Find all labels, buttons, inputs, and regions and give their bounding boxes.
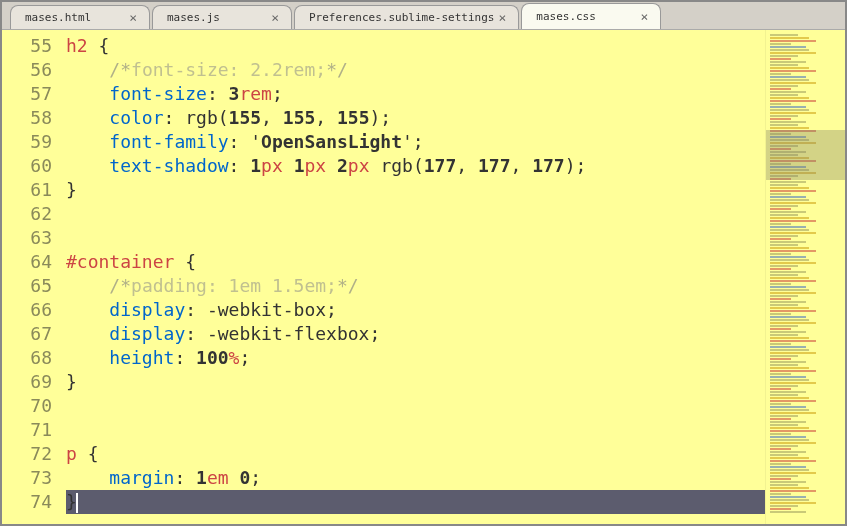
- minimap-content: [770, 34, 841, 520]
- line-number: 74: [10, 490, 52, 514]
- code-token: {: [99, 35, 110, 56]
- code-token: [370, 155, 381, 176]
- minimap[interactable]: [765, 30, 845, 524]
- code-token: [66, 107, 109, 128]
- code-token: rem: [239, 83, 272, 104]
- code-token: 1: [196, 467, 207, 488]
- code-token: display: [109, 323, 185, 344]
- code-token: :: [164, 107, 186, 128]
- code-token: ,: [510, 155, 532, 176]
- code-area[interactable]: h2 { /*font-size: 2.2rem;*/ font-size: 3…: [66, 30, 765, 524]
- code-line: margin: 1em 0;: [66, 466, 765, 490]
- code-token: 2: [337, 155, 348, 176]
- code-token: 100: [196, 347, 229, 368]
- code-token: color: [109, 107, 163, 128]
- code-token: text-shadow: [109, 155, 228, 176]
- line-number: 69: [10, 370, 52, 394]
- code-token: height: [109, 347, 174, 368]
- close-icon[interactable]: ×: [494, 10, 510, 25]
- code-line: [66, 394, 765, 418]
- tab-mases-css[interactable]: mases.css ×: [521, 3, 661, 29]
- close-icon[interactable]: ×: [125, 10, 141, 25]
- code-token: px: [261, 155, 283, 176]
- tab-label: Preferences.sublime-settings: [309, 11, 494, 24]
- code-line: text-shadow: 1px 1px 2px rgb(177, 177, 1…: [66, 154, 765, 178]
- code-token: );: [565, 155, 587, 176]
- code-token: ;: [239, 347, 250, 368]
- code-token: 177: [532, 155, 565, 176]
- code-token: h2: [66, 35, 88, 56]
- code-token: );: [370, 107, 392, 128]
- code-line: }: [66, 370, 765, 394]
- code-token: }: [66, 371, 77, 392]
- code-token: ,: [456, 155, 478, 176]
- code-line: #container {: [66, 250, 765, 274]
- code-line: font-family: 'OpenSansLight';: [66, 130, 765, 154]
- code-token: 3: [229, 83, 240, 104]
- code-token: */: [337, 275, 359, 296]
- line-number: 58: [10, 106, 52, 130]
- code-token: [66, 59, 109, 80]
- code-token: ': [402, 131, 413, 152]
- code-token: font-size: 2.2rem;: [131, 59, 326, 80]
- code-token: [77, 443, 88, 464]
- tab-mases-js[interactable]: mases.js ×: [152, 5, 292, 29]
- code-token: 177: [424, 155, 457, 176]
- line-number: 64: [10, 250, 52, 274]
- editor: 5556575859606162636465666768697071727374…: [2, 30, 845, 524]
- code-token: }: [66, 179, 77, 200]
- code-token: [88, 35, 99, 56]
- code-token: font-family: [109, 131, 228, 152]
- tab-label: mases.js: [167, 11, 220, 24]
- tab-preferences[interactable]: Preferences.sublime-settings ×: [294, 5, 519, 29]
- code-token: [66, 131, 109, 152]
- code-token: [66, 323, 109, 344]
- tab-mases-html[interactable]: mases.html ×: [10, 5, 150, 29]
- code-token: #container: [66, 251, 174, 272]
- code-token: px: [348, 155, 370, 176]
- tab-label: mases.html: [25, 11, 91, 24]
- code-token: margin: [109, 467, 174, 488]
- code-token: ': [250, 131, 261, 152]
- code-line: p {: [66, 442, 765, 466]
- code-line: }: [66, 178, 765, 202]
- code-line: font-size: 3rem;: [66, 82, 765, 106]
- code-token: */: [326, 59, 348, 80]
- code-line: }: [66, 490, 765, 514]
- code-token: {: [88, 443, 99, 464]
- line-gutter: 5556575859606162636465666768697071727374: [2, 30, 66, 524]
- code-token: :: [174, 467, 196, 488]
- code-line: color: rgb(155, 155, 155);: [66, 106, 765, 130]
- close-icon[interactable]: ×: [636, 9, 652, 24]
- code-token: 1: [250, 155, 261, 176]
- code-token: rgb: [380, 155, 413, 176]
- tab-label: mases.css: [536, 10, 596, 23]
- line-number: 65: [10, 274, 52, 298]
- tab-bar: mases.html × mases.js × Preferences.subl…: [2, 2, 845, 30]
- code-token: :: [229, 155, 251, 176]
- code-token: rgb: [185, 107, 218, 128]
- code-token: : -webkit-box;: [185, 299, 337, 320]
- code-token: {: [185, 251, 196, 272]
- code-token: [66, 155, 109, 176]
- code-token: p: [66, 443, 77, 464]
- code-token: 155: [337, 107, 370, 128]
- code-token: [283, 155, 294, 176]
- code-token: 0: [239, 467, 250, 488]
- code-line: display: -webkit-flexbox;: [66, 322, 765, 346]
- code-token: [326, 155, 337, 176]
- code-line: h2 {: [66, 34, 765, 58]
- line-number: 60: [10, 154, 52, 178]
- code-token: ,: [261, 107, 283, 128]
- code-token: [66, 275, 109, 296]
- code-token: %: [229, 347, 240, 368]
- close-icon[interactable]: ×: [267, 10, 283, 25]
- code-token: :: [174, 347, 196, 368]
- line-number: 59: [10, 130, 52, 154]
- code-token: padding: 1em 1.5em;: [131, 275, 337, 296]
- line-number: 73: [10, 466, 52, 490]
- minimap-viewport[interactable]: [766, 130, 845, 180]
- line-number: 66: [10, 298, 52, 322]
- code-line: display: -webkit-box;: [66, 298, 765, 322]
- code-token: [174, 251, 185, 272]
